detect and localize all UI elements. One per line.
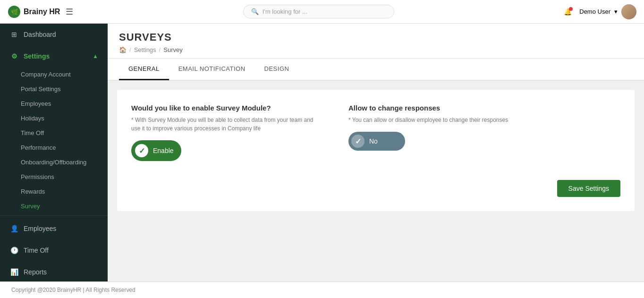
hamburger-icon[interactable]: ☰: [66, 7, 73, 17]
notification-icon[interactable]: 🔔: [564, 8, 572, 16]
user-name: Demo User: [579, 8, 610, 15]
clock-icon: 🕐: [9, 246, 19, 255]
notification-dot: [569, 7, 573, 11]
survey-module-hint: * With Survey Module you will be able to…: [131, 116, 320, 133]
copyright-text: Copyright @2020 BrainyHR | All Rights Re…: [11, 287, 136, 293]
svg-text:🌿: 🌿: [11, 8, 19, 16]
grid-icon: ⊞: [9, 30, 19, 39]
content-area: SURVEYS 🏠 / Settings / Survey GENERAL EM…: [108, 24, 644, 281]
breadcrumb-settings[interactable]: Settings: [134, 46, 156, 53]
breadcrumb: 🏠 / Settings / Survey: [119, 46, 633, 58]
main-layout: ⊞ Dashboard ⚙ Settings ▲ Company Account…: [0, 24, 644, 281]
sidebar-item-label: Employees: [24, 225, 56, 232]
survey-panel: Would you like to enable Survey Module? …: [117, 90, 635, 211]
allow-responses-hint: * You can allow or disallow employee to …: [348, 116, 537, 124]
tabs: GENERAL EMAIL NOTIFICATION DESIGN: [108, 59, 644, 80]
page-title: SURVEYS: [119, 31, 633, 43]
sidebar-sub-company-account[interactable]: Company Account: [0, 67, 108, 82]
sidebar-sub-permissions[interactable]: Permissions: [0, 170, 108, 184]
avatar: [621, 4, 636, 19]
sidebar-sub-survey[interactable]: Survey: [0, 199, 108, 213]
toggle-no-check-icon: ✓: [351, 135, 364, 148]
chevron-up-icon: ▲: [93, 53, 98, 60]
sidebar-divider: [0, 215, 108, 216]
person-icon: 👤: [9, 224, 19, 233]
toggle-no-label: No: [369, 137, 378, 145]
search-icon: 🔍: [251, 8, 259, 15]
pie-icon: 📊: [9, 267, 19, 277]
sidebar-sub-performance[interactable]: Performance: [0, 140, 108, 155]
save-settings-button[interactable]: Save Settings: [557, 180, 620, 197]
header-center: 🔍 I'm looking for ...: [73, 5, 564, 18]
sidebar: ⊞ Dashboard ⚙ Settings ▲ Company Account…: [0, 24, 108, 281]
toggle-check-icon: ✓: [135, 144, 148, 157]
sidebar-item-dashboard[interactable]: ⊞ Dashboard: [0, 24, 108, 45]
allow-responses-toggle[interactable]: ✓ No: [348, 132, 405, 151]
sidebar-item-label: Reports: [24, 268, 47, 276]
sidebar-sub-holidays[interactable]: Holidays: [0, 111, 108, 126]
breadcrumb-home-icon[interactable]: 🏠: [119, 46, 127, 53]
user-menu[interactable]: Demo User ▾: [579, 4, 636, 19]
sidebar-sub-onboarding[interactable]: Onboarding/Offboarding: [0, 155, 108, 170]
page-header: SURVEYS 🏠 / Settings / Survey: [108, 24, 644, 59]
sidebar-sub-time-off[interactable]: Time Off: [0, 126, 108, 140]
breadcrumb-current: Survey: [163, 46, 182, 53]
footer: Copyright @2020 BrainyHR | All Rights Re…: [0, 281, 644, 298]
sidebar-sub-rewards[interactable]: Rewards: [0, 184, 108, 199]
sidebar-item-reports[interactable]: 📊 Reports: [0, 261, 108, 281]
sidebar-item-label: Time Off: [24, 247, 49, 254]
form-section: Would you like to enable Survey Module? …: [131, 104, 620, 161]
tab-design[interactable]: DESIGN: [255, 59, 299, 80]
search-placeholder: I'm looking for ...: [263, 8, 307, 15]
allow-responses-group: Allow to change responses * You can allo…: [348, 104, 537, 161]
panel-footer: Save Settings: [131, 180, 620, 197]
gear-icon: ⚙: [9, 51, 19, 61]
sidebar-item-label: Settings: [24, 52, 50, 60]
allow-responses-title: Allow to change responses: [348, 104, 537, 112]
app-header: 🌿 Brainy HR ☰ 🔍 I'm looking for ... 🔔 De…: [0, 0, 644, 24]
logo-icon: 🌿: [8, 5, 21, 18]
chevron-down-icon: ▾: [614, 8, 618, 15]
search-bar[interactable]: 🔍 I'm looking for ...: [243, 5, 394, 18]
logo[interactable]: 🌿 Brainy HR: [8, 5, 60, 18]
sidebar-item-time-off[interactable]: 🕐 Time Off: [0, 239, 108, 261]
sidebar-item-settings[interactable]: ⚙ Settings ▲: [0, 45, 108, 67]
toggle-enable-label: Enable: [153, 147, 174, 154]
sidebar-item-employees[interactable]: 👤 Employees: [0, 218, 108, 239]
survey-module-toggle[interactable]: ✓ Enable: [131, 140, 181, 161]
sidebar-sub-employees[interactable]: Employees: [0, 96, 108, 111]
survey-module-title: Would you like to enable Survey Module?: [131, 104, 320, 112]
tab-general[interactable]: GENERAL: [119, 59, 169, 80]
header-left: 🌿 Brainy HR ☰: [8, 5, 73, 18]
header-right: 🔔 Demo User ▾: [564, 4, 636, 19]
survey-module-group: Would you like to enable Survey Module? …: [131, 104, 320, 161]
sidebar-sub-portal-settings[interactable]: Portal Settings: [0, 82, 108, 96]
sidebar-item-label: Dashboard: [24, 31, 56, 38]
tab-email-notification[interactable]: EMAIL NOTIFICATION: [169, 59, 255, 80]
